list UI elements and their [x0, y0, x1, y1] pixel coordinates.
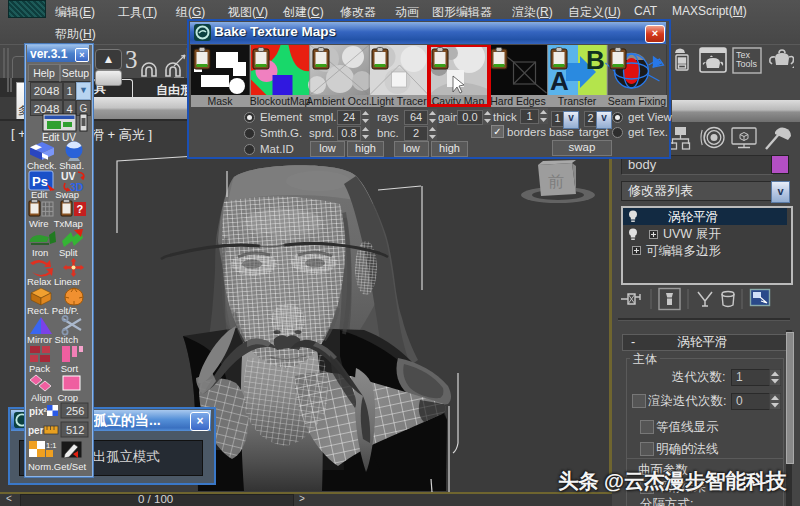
- svg-text:A: A: [550, 66, 569, 96]
- svg-text:Hard Edges: Hard Edges: [490, 95, 545, 107]
- svg-text:1:1: 1:1: [46, 441, 56, 450]
- svg-text:Iron Split: Iron Split: [32, 247, 78, 258]
- svg-text:Pack Sort: Pack Sort: [29, 363, 78, 374]
- svg-text:Ambient Occl.: Ambient Occl.: [306, 95, 371, 107]
- svg-text:Rect. Pelt/P.: Rect. Pelt/P.: [27, 305, 79, 316]
- svg-text:Mask: Mask: [207, 95, 233, 107]
- svg-text:?: ?: [77, 203, 84, 215]
- svg-text:B: B: [586, 45, 605, 75]
- svg-text:Seam Fixing: Seam Fixing: [608, 95, 667, 107]
- svg-text:per: per: [28, 425, 44, 436]
- svg-text:Check. Shad.: Check. Shad.: [27, 160, 84, 171]
- svg-text:pix²: pix²: [29, 406, 47, 417]
- svg-text:512: 512: [66, 424, 84, 436]
- svg-text:Light Tracer: Light Tracer: [371, 95, 427, 107]
- svg-text:Mirror Stitch: Mirror Stitch: [27, 334, 78, 345]
- svg-text:256: 256: [66, 405, 84, 417]
- svg-text:Relax Linear: Relax Linear: [27, 276, 80, 287]
- svg-text:Edit UV: Edit UV: [42, 132, 76, 143]
- svg-text:Edit Swap: Edit Swap: [31, 189, 79, 200]
- svg-text:Wire TxMap: Wire TxMap: [29, 218, 83, 229]
- svg-text:Transfer: Transfer: [558, 95, 597, 107]
- svg-text:Align Crop: Align Crop: [31, 392, 78, 403]
- svg-text:Tools: Tools: [736, 59, 758, 69]
- svg-text:BlockoutMap: BlockoutMap: [250, 95, 311, 107]
- svg-text:Ps: Ps: [32, 174, 48, 189]
- svg-text:Norm.Get/Set: Norm.Get/Set: [28, 461, 86, 472]
